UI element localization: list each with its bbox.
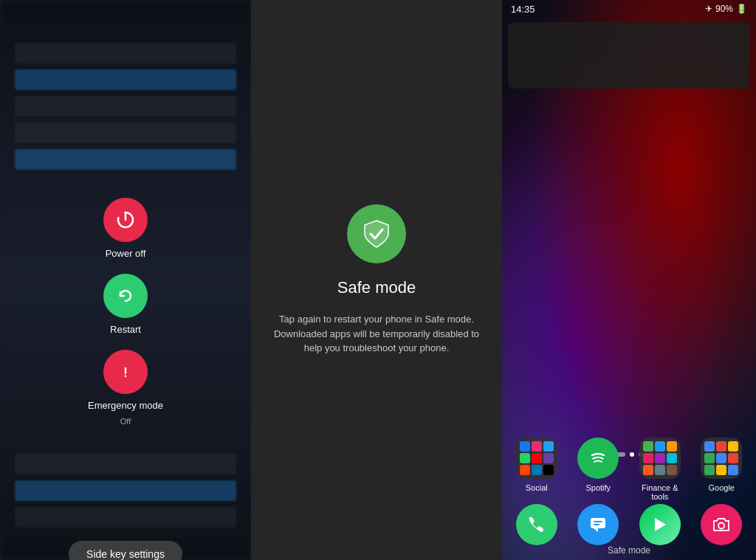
settings-rows-bottom [0,440,251,541]
phone-screen: 14:35 ✈ 90% 🔋 [502,0,756,560]
emergency-sublabel: Off [120,417,131,426]
safe-mode-shield-icon [347,204,406,263]
app-item-social[interactable]: Social [509,438,564,501]
settings-row [15,454,236,474]
google-app-label: Google [709,483,735,492]
settings-row-highlight [15,480,236,501]
settings-row [15,507,236,528]
social-app-label: Social [526,483,548,492]
status-time: 14:35 [511,4,535,15]
settings-rows-top [0,30,251,183]
status-icons: ✈ 90% 🔋 [705,4,747,14]
finance-app-label: Finance & tools [633,483,687,501]
restart-icon-circle [103,274,148,318]
airplane-icon: ✈ [705,4,712,14]
safe-mode-bottom-label: Safe mode [502,545,756,556]
phone-call-icon [526,514,547,535]
app-item-finance[interactable]: Finance & tools [633,438,687,501]
svg-marker-7 [655,518,666,531]
dock-item-phone[interactable] [509,504,564,545]
finance-app-icon [639,438,681,479]
svg-rect-3 [591,518,605,528]
playstore-dock-icon [639,504,681,545]
emergency-icon-circle: ! [103,350,148,394]
social-app-icon [516,438,557,479]
dock-item-camera[interactable] [695,504,749,545]
dock-item-playstore[interactable] [633,504,687,545]
battery-icon: 🔋 [736,4,747,14]
emergency-mode-item[interactable]: ! Emergency mode Off [88,350,163,426]
battery-percentage: 90% [715,4,733,14]
restart-label: Restart [110,324,141,335]
camera-icon [711,514,732,535]
svg-rect-5 [594,521,602,522]
emergency-icon: ! [114,361,137,383]
power-off-label: Power off [106,248,146,259]
side-key-settings-button[interactable]: Side key settings [69,541,182,560]
app-grid: Social Spotify [502,438,756,501]
power-menu: Power off Restart ! Emergency mode [88,183,163,440]
settings-row [15,43,236,63]
restart-item[interactable]: Restart [103,274,148,335]
restart-icon [114,285,137,307]
notification-area [508,22,750,89]
settings-row-highlight [15,149,236,170]
power-off-item[interactable]: Power off [103,198,148,259]
app-item-spotify[interactable]: Spotify [571,438,626,501]
messages-icon [588,514,608,535]
camera-dock-icon [701,504,742,545]
google-app-icon [701,438,742,479]
app-dock [502,504,756,545]
spotify-logo-icon [586,446,610,470]
svg-rect-6 [594,524,599,525]
svg-point-8 [718,523,724,529]
safe-mode-title: Safe mode [337,278,416,297]
settings-row [15,96,236,117]
app-item-google[interactable]: Google [695,438,749,501]
safe-mode-description: Tap again to restart your phone in Safe … [273,312,480,356]
spotify-app-icon [577,438,619,479]
settings-row-highlight [15,69,236,90]
power-off-icon [114,209,137,231]
safe-mode-panel: Safe mode Tap again to restart your phon… [251,0,502,560]
settings-row [15,122,236,143]
shield-checkmark-icon [360,218,393,250]
spotify-app-label: Spotify [585,483,611,492]
phone-dock-icon [516,504,557,545]
play-store-icon [650,514,670,535]
status-bar: 14:35 ✈ 90% 🔋 [502,0,756,18]
messages-dock-icon [577,504,619,545]
left-power-panel: Power off Restart ! Emergency mode [0,0,251,560]
power-off-icon-circle [103,198,148,242]
emergency-label: Emergency mode [88,400,163,411]
svg-marker-4 [594,528,598,532]
dock-item-messages[interactable] [571,504,626,545]
svg-text:!: ! [123,365,128,380]
